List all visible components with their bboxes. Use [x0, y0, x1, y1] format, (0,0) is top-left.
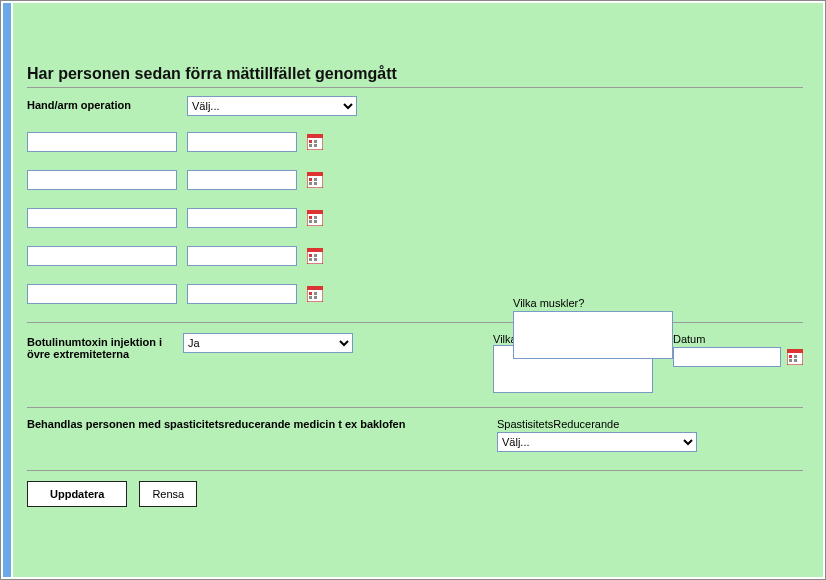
svg-rect-7 [307, 172, 323, 176]
svg-rect-34 [789, 359, 792, 362]
calendar-icon[interactable] [307, 286, 323, 302]
botox-row: Botulinumtoxin injektion i övre extremit… [27, 322, 803, 395]
svg-rect-3 [314, 140, 317, 143]
svg-rect-8 [309, 178, 312, 181]
date-row-input-b[interactable] [187, 246, 297, 266]
hand-arm-muscles-block: Vilka muskler? [513, 297, 673, 361]
date-row-input-b[interactable] [187, 132, 297, 152]
svg-rect-11 [314, 182, 317, 185]
svg-rect-28 [309, 296, 312, 299]
svg-rect-1 [307, 134, 323, 138]
update-button[interactable]: Uppdatera [27, 481, 127, 507]
botox-select[interactable]: Ja [183, 333, 353, 353]
svg-rect-15 [314, 216, 317, 219]
baklofen-select[interactable]: Välj... [497, 432, 697, 452]
calendar-icon[interactable] [307, 248, 323, 264]
svg-rect-10 [309, 182, 312, 185]
hand-arm-select[interactable]: Välj... [187, 96, 357, 116]
baklofen-select-label: SpastisitetsReducerande [497, 418, 697, 430]
left-rail [3, 3, 11, 577]
svg-rect-26 [309, 292, 312, 295]
svg-rect-31 [787, 349, 803, 353]
svg-rect-33 [794, 355, 797, 358]
svg-rect-9 [314, 178, 317, 181]
date-row-input-a[interactable] [27, 246, 177, 266]
date-row [27, 170, 803, 190]
date-row-input-a[interactable] [27, 170, 177, 190]
svg-rect-4 [309, 144, 312, 147]
svg-rect-21 [314, 254, 317, 257]
date-row [27, 208, 803, 228]
svg-rect-20 [309, 254, 312, 257]
svg-rect-27 [314, 292, 317, 295]
date-row-input-b[interactable] [187, 170, 297, 190]
hand-arm-label: Hand/arm operation [27, 96, 187, 111]
divider [27, 87, 803, 88]
svg-rect-5 [314, 144, 317, 147]
botox-label: Botulinumtoxin injektion i övre extremit… [27, 333, 183, 360]
calendar-icon[interactable] [307, 172, 323, 188]
date-row-input-b[interactable] [187, 208, 297, 228]
baklofen-label: Behandlas personen med spasticitetsreduc… [27, 418, 497, 430]
svg-rect-25 [307, 286, 323, 290]
svg-rect-13 [307, 210, 323, 214]
date-row [27, 284, 803, 304]
hand-arm-muscles-textarea[interactable] [513, 311, 673, 359]
calendar-icon[interactable] [307, 210, 323, 226]
date-row-input-b[interactable] [187, 284, 297, 304]
svg-rect-32 [789, 355, 792, 358]
date-row [27, 132, 803, 152]
svg-rect-19 [307, 248, 323, 252]
date-row-input-a[interactable] [27, 208, 177, 228]
clear-button[interactable]: Rensa [139, 481, 197, 507]
button-bar: Uppdatera Rensa [27, 470, 803, 507]
svg-rect-22 [309, 258, 312, 261]
svg-rect-17 [314, 220, 317, 223]
date-row-input-a[interactable] [27, 284, 177, 304]
svg-rect-35 [794, 359, 797, 362]
svg-rect-16 [309, 220, 312, 223]
calendar-icon[interactable] [787, 349, 803, 365]
hand-arm-date-rows [27, 132, 803, 304]
svg-rect-14 [309, 216, 312, 219]
hand-arm-row: Hand/arm operation Välj... [27, 96, 803, 116]
section-heading: Har personen sedan förra mättillfället g… [27, 65, 803, 83]
botox-date-label: Datum [673, 333, 803, 345]
hand-arm-muscles-label: Vilka muskler? [513, 297, 673, 309]
window-frame: Har personen sedan förra mättillfället g… [0, 0, 826, 580]
botox-date-input[interactable] [673, 347, 781, 367]
calendar-icon[interactable] [307, 134, 323, 150]
form-panel: Har personen sedan förra mättillfället g… [13, 3, 823, 577]
date-row [27, 246, 803, 266]
date-row-input-a[interactable] [27, 132, 177, 152]
botox-date-block: Datum [673, 333, 803, 367]
baklofen-row: Behandlas personen med spasticitetsreduc… [27, 407, 803, 452]
svg-rect-29 [314, 296, 317, 299]
svg-rect-23 [314, 258, 317, 261]
svg-rect-2 [309, 140, 312, 143]
